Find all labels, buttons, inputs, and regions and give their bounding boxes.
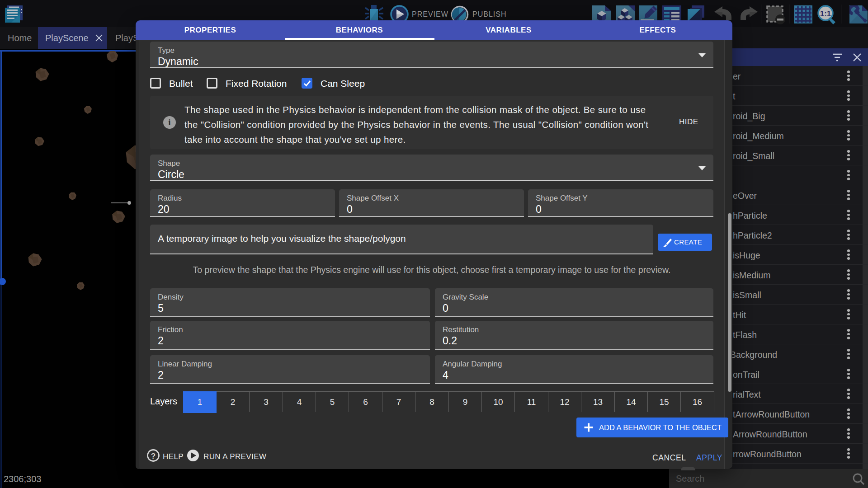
svg-text:?: ?	[151, 452, 156, 460]
svg-text:1:1: 1:1	[820, 9, 831, 18]
